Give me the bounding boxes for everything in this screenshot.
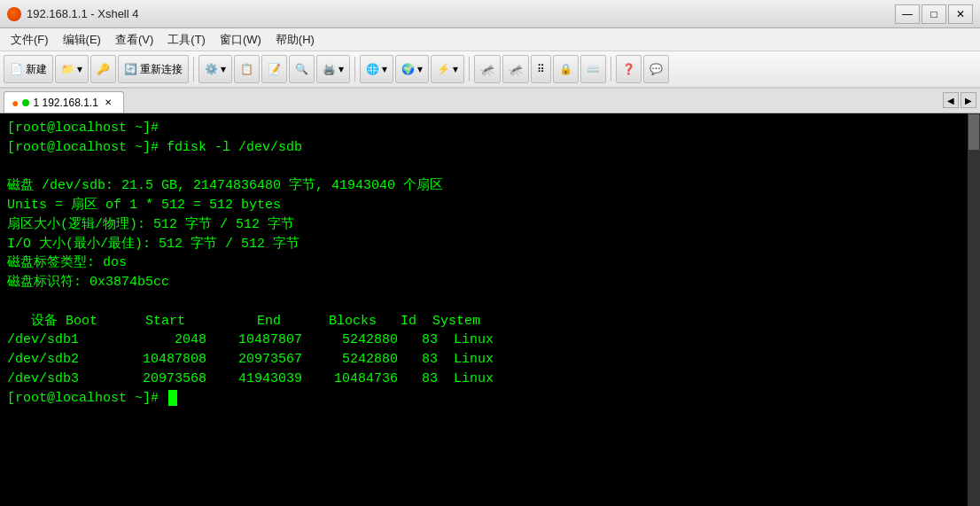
copy-icon: 📋 xyxy=(240,63,253,75)
print-icon: 🖨️ xyxy=(323,63,336,75)
grid-icon: ⠿ xyxy=(537,63,545,75)
tab-bar: ● 1 192.168.1.1 ✕ ◀ ▶ xyxy=(0,89,980,113)
terminal-line-5: Units = 扇区 of 1 * 512 = 512 bytes xyxy=(7,196,973,215)
terminal-line-13: /dev/sdb2 10487808 20973567 5242880 83 L… xyxy=(7,350,973,370)
title-bar: 192.168.1.1 - Xshell 4 — □ ✕ xyxy=(0,0,980,28)
print-button[interactable]: 🖨️▾ xyxy=(316,55,350,83)
terminal-line-10 xyxy=(7,292,973,312)
scrollbar-thumb[interactable] xyxy=(968,114,979,150)
key-icon: 🔑 xyxy=(97,63,110,75)
help-icon: ❓ xyxy=(622,63,635,75)
terminal-line-7: I/O 大小(最小/最佳): 512 字节 / 512 字节 xyxy=(7,235,973,254)
maximize-button[interactable]: □ xyxy=(922,4,946,24)
open-button[interactable]: 📁▾ xyxy=(55,55,89,83)
menu-bar: 文件(F) 编辑(E) 查看(V) 工具(T) 窗口(W) 帮助(H) xyxy=(0,28,980,51)
window-title: 192.168.1.1 - Xshell 4 xyxy=(27,7,895,20)
settings-icon: ⚙️ xyxy=(205,63,218,75)
script-button[interactable]: ⚡▾ xyxy=(431,55,464,83)
new-button[interactable]: 📄 新建 xyxy=(4,55,53,83)
separator-1 xyxy=(193,57,194,82)
tab-label: 1 192.168.1.1 xyxy=(33,97,97,109)
copy-button[interactable]: 📋 xyxy=(234,55,260,83)
terminal-output: [root@localhost ~]# [root@localhost ~]# … xyxy=(7,119,973,408)
toolbar: 📄 新建 📁▾ 🔑 🔄 重新连接 ⚙️▾ 📋 📝 🔍 🖨️▾ 🌐▾ 🌍▾ ⚡▾ … xyxy=(0,51,980,89)
terminal-cursor xyxy=(168,390,177,406)
minimize-button[interactable]: — xyxy=(895,4,920,24)
terminal-line-4: 磁盘 /dev/sdb: 21.5 GB, 21474836480 字节, 41… xyxy=(7,176,973,196)
terminal-line-9: 磁盘标识符: 0x3874b5cc xyxy=(7,273,973,292)
globe2-icon: 🌍 xyxy=(401,63,415,75)
grid-button[interactable]: ⠿ xyxy=(531,55,551,83)
sftp1-button[interactable]: 🦟 xyxy=(474,55,501,83)
menu-window[interactable]: 窗口(W) xyxy=(213,30,268,50)
sftp1-icon: 🦟 xyxy=(480,63,494,76)
paste-icon: 📝 xyxy=(268,63,281,75)
tab-warning-icon: ● xyxy=(12,96,19,110)
script-icon: ⚡ xyxy=(437,63,450,75)
reconnect-icon: 🔄 xyxy=(124,63,137,75)
terminal-scrollbar[interactable] xyxy=(968,113,980,506)
menu-edit[interactable]: 编辑(E) xyxy=(56,30,108,50)
app-icon xyxy=(7,7,21,21)
tab-navigation: ◀ ▶ xyxy=(943,92,976,108)
lock-button[interactable]: 🔒 xyxy=(553,55,579,83)
tab-scroll-left[interactable]: ◀ xyxy=(943,92,959,108)
find-button[interactable]: 🔍 xyxy=(289,55,315,83)
menu-view[interactable]: 查看(V) xyxy=(108,30,160,50)
help-button[interactable]: ❓ xyxy=(616,55,642,83)
key-button[interactable]: 🔑 xyxy=(90,55,116,83)
terminal-line-6: 扇区大小(逻辑/物理): 512 字节 / 512 字节 xyxy=(7,215,973,235)
reconnect-label: 重新连接 xyxy=(140,62,183,77)
globe2-button[interactable]: 🌍▾ xyxy=(395,55,429,83)
chat-button[interactable]: 💬 xyxy=(643,55,669,83)
chat-icon: 💬 xyxy=(649,63,663,75)
menu-file[interactable]: 文件(F) xyxy=(4,30,56,50)
menu-tools[interactable]: 工具(T) xyxy=(160,30,213,50)
terminal-line-14: /dev/sdb3 20973568 41943039 10484736 83 … xyxy=(7,370,973,389)
separator-2 xyxy=(354,57,355,82)
separator-4 xyxy=(611,57,611,82)
close-button[interactable]: ✕ xyxy=(948,4,973,24)
tab-session-1[interactable]: ● 1 192.168.1.1 ✕ xyxy=(4,91,124,113)
terminal-line-15: [root@localhost ~]# xyxy=(7,389,973,409)
separator-3 xyxy=(469,57,470,82)
folder-icon: 📁 xyxy=(61,63,74,75)
tab-status-dot xyxy=(22,99,29,106)
globe1-icon: 🌐 xyxy=(366,63,379,75)
settings-button[interactable]: ⚙️▾ xyxy=(198,55,232,83)
sftp2-icon: 🦟 xyxy=(509,63,523,76)
tab-close-button[interactable]: ✕ xyxy=(102,97,114,109)
terminal-line-11: 设备 Boot Start End Blocks Id System xyxy=(7,312,973,331)
tab-scroll-right[interactable]: ▶ xyxy=(961,92,976,108)
keyboard-button[interactable]: ⌨️ xyxy=(580,55,606,83)
menu-help[interactable]: 帮助(H) xyxy=(268,30,322,50)
reconnect-button[interactable]: 🔄 重新连接 xyxy=(118,55,189,83)
paste-button[interactable]: 📝 xyxy=(261,55,287,83)
sftp2-button[interactable]: 🦟 xyxy=(502,55,529,83)
terminal-line-2: [root@localhost ~]# fdisk -l /dev/sdb xyxy=(7,138,973,158)
globe1-button[interactable]: 🌐▾ xyxy=(360,55,393,83)
lock-icon: 🔒 xyxy=(559,63,572,75)
find-icon: 🔍 xyxy=(295,63,308,75)
new-icon: 📄 xyxy=(10,63,23,75)
terminal-line-1: [root@localhost ~]# xyxy=(7,119,973,138)
new-label: 新建 xyxy=(26,62,47,77)
keyboard-icon: ⌨️ xyxy=(587,63,600,75)
terminal-line-3 xyxy=(7,158,973,177)
terminal[interactable]: [root@localhost ~]# [root@localhost ~]# … xyxy=(0,113,980,506)
window-controls: — □ ✕ xyxy=(895,4,973,24)
terminal-line-8: 磁盘标签类型: dos xyxy=(7,253,973,273)
terminal-line-12: /dev/sdb1 2048 10487807 5242880 83 Linux xyxy=(7,331,973,350)
